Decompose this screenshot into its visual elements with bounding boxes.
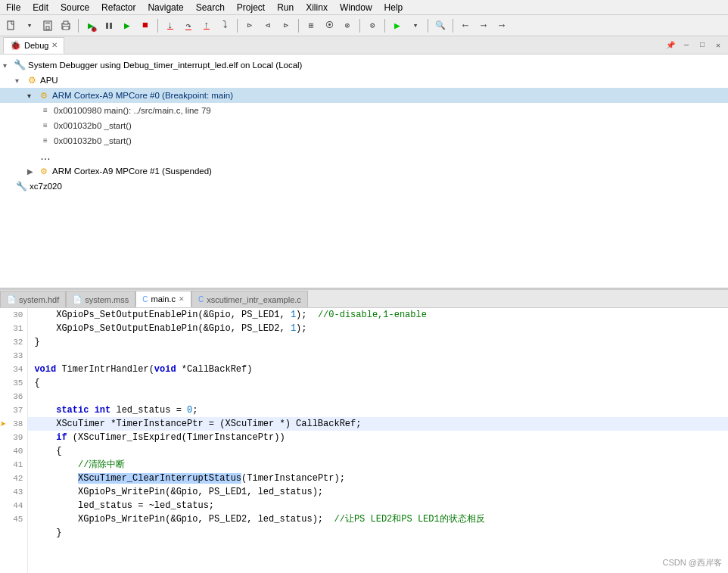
sep8 <box>453 19 453 33</box>
tree-device[interactable]: 🔧 xc7z020 <box>0 179 728 194</box>
prev-edit-button[interactable]: ⊳ <box>241 17 258 34</box>
menu-navigate[interactable]: Navigate <box>145 2 186 14</box>
toolbar: ▾ ▶ 🐞 ▶ ■ ↓ ↷ ↑ ⤵ ⊳ ⊲ ⊳ ⊞ ⦿ ⊗ ⚙ ▶ ▾ 🔍 ⟵ … <box>0 15 728 36</box>
tab-system-hdf[interactable]: 📄 system.hdf <box>0 291 66 307</box>
tree-device-label: xc7z020 <box>30 182 62 191</box>
tree-frame0[interactable]: ≡ 0x00100980 main(): ../src/main.c, line… <box>0 103 728 118</box>
tree-core0[interactable]: ▾ ⚙ ARM Cortex-A9 MPCore #0 (Breakpoint:… <box>0 88 728 103</box>
menu-file[interactable]: File <box>3 2 23 14</box>
ln-31: 31 <box>0 322 27 335</box>
tree-core1-label: ARM Cortex-A9 MPCore #1 (Suspended) <box>52 167 212 176</box>
play-dropdown[interactable]: ▾ <box>407 17 424 34</box>
frame2-icon: ≡ <box>39 135 51 147</box>
menu-help[interactable]: Help <box>381 2 406 14</box>
stop-button[interactable]: ■ <box>137 17 154 34</box>
maximize-view-button[interactable]: □ <box>695 39 709 52</box>
core0-arrow[interactable]: ▾ <box>27 92 38 100</box>
svg-rect-3 <box>46 26 49 30</box>
suspend-button[interactable] <box>101 17 117 34</box>
menu-refactor[interactable]: Refactor <box>98 2 138 14</box>
resume-button[interactable]: ▶ <box>119 17 135 34</box>
ln-39: 39 <box>0 431 27 444</box>
tab-hdf-label: system.hdf <box>19 295 59 304</box>
debug-tab[interactable]: 🐞 Debug ✕ <box>3 37 64 54</box>
tab-system-mss[interactable]: 📄 system.mss <box>66 291 135 307</box>
menu-edit[interactable]: Edit <box>30 2 51 14</box>
ln-42: 42 <box>0 472 27 485</box>
hdf-file-icon: 📄 <box>7 295 16 304</box>
step-return-button[interactable]: ↑ <box>198 17 215 34</box>
svg-rect-5 <box>64 21 68 24</box>
code-line-34: void TimerIntrHandler(void *CallBackRef) <box>28 363 728 376</box>
code-line-35: { <box>28 376 728 390</box>
tree-core1[interactable]: ▶ ⚙ ARM Cortex-A9 MPCore #1 (Suspended) <box>0 163 728 179</box>
next-annotation-button[interactable]: ⊲ <box>260 17 276 34</box>
new-dropdown[interactable]: ▾ <box>21 17 38 34</box>
pin-view-button[interactable]: 📌 <box>664 39 677 52</box>
menu-search[interactable]: Search <box>193 2 228 14</box>
code-line-43: XGpioPs_WritePin(&Gpio, PS_LED1, led_sta… <box>28 485 728 499</box>
sep6 <box>384 19 385 33</box>
tree-root[interactable]: ▾ 🔧 System Debugger using Debug_timer_in… <box>0 58 728 73</box>
frame1-icon: ≡ <box>39 120 51 132</box>
code-line-41: //清除中断 <box>28 458 728 472</box>
code-content[interactable]: XGpioPs_SetOutputEnablePin(&Gpio, PS_LED… <box>28 308 728 573</box>
menu-project[interactable]: Project <box>234 2 268 14</box>
ln-43: 43 <box>0 485 27 499</box>
open-task-button[interactable]: ⊞ <box>303 17 319 34</box>
tab-main-c-label: main.c <box>151 294 175 304</box>
main-c-file-icon: C <box>142 295 148 304</box>
core1-arrow[interactable]: ▶ <box>27 167 38 176</box>
ln-32: 32 <box>0 335 27 349</box>
svg-rect-2 <box>45 21 50 24</box>
current-line-arrow: ➤ <box>0 418 6 431</box>
code-line-45: XGpioPs_WritePin(&Gpio, PS_LED2, led_sta… <box>28 512 728 526</box>
sep4 <box>298 19 299 33</box>
tab-main-c-close[interactable]: ✕ <box>179 295 185 303</box>
prev-annotation-button[interactable]: ⊳ <box>278 17 294 34</box>
code-line-36 <box>28 390 728 403</box>
ln-36: 36 <box>0 390 27 403</box>
root-arrow[interactable]: ▾ <box>3 61 14 70</box>
search-button[interactable]: 🔍 <box>432 17 449 34</box>
debug-panel: 🐞 Debug ✕ 📌 — □ ✕ ▾ 🔧 System Debugger us… <box>0 36 728 290</box>
apu-arrow[interactable]: ▾ <box>15 76 26 85</box>
tree-frame-more[interactable]: … <box>0 148 728 163</box>
close-view-button[interactable]: ✕ <box>711 39 725 52</box>
menu-xilinx[interactable]: Xilinx <box>303 2 331 14</box>
menu-source[interactable]: Source <box>58 2 92 14</box>
skip-breakpoints-button[interactable]: ⦿ <box>321 17 338 34</box>
tree-frame2[interactable]: ≡ 0x001032b0 _start() <box>0 133 728 148</box>
minimize-view-button[interactable]: — <box>680 39 693 52</box>
tab-main-c[interactable]: C main.c ✕ <box>135 291 191 307</box>
new-button[interactable] <box>3 17 20 34</box>
remove-bps-button[interactable]: ⊗ <box>339 17 356 34</box>
save-button[interactable] <box>39 17 56 34</box>
gear-button[interactable]: ⚙ <box>364 17 381 34</box>
tree-apu[interactable]: ▾ ⚙ APU <box>0 73 728 88</box>
debug-toolbar: 📌 — □ ✕ <box>664 39 725 52</box>
print-button[interactable] <box>58 17 74 34</box>
menu-run[interactable]: Run <box>274 2 297 14</box>
ln-40: 40 <box>0 444 27 458</box>
step-over-button[interactable]: ↷ <box>180 17 197 34</box>
code-line-42: XScuTimer_ClearInterruptStatus(TimerInst… <box>28 472 728 485</box>
debug-tab-close[interactable]: ✕ <box>51 41 58 49</box>
play-green-button[interactable]: ▶ <box>389 17 406 34</box>
run-to-line-button[interactable]: ⤵ <box>216 17 233 34</box>
step-into-button[interactable]: ↓ <box>162 17 179 34</box>
apu-icon: ⚙ <box>26 74 38 86</box>
code-line-40: { <box>28 444 728 458</box>
debug-button[interactable]: ▶ 🐞 <box>82 17 99 34</box>
tab-xscutimer[interactable]: C xscutimer_intr_example.c <box>191 291 308 307</box>
ln-41: 41 <box>0 458 27 472</box>
tree-frame1[interactable]: ≡ 0x001032b0 _start() <box>0 118 728 133</box>
more-icon: … <box>39 150 51 162</box>
ln-35: 35 <box>0 376 27 390</box>
svg-rect-0 <box>8 21 14 30</box>
back-button[interactable]: ⟵ <box>457 17 474 34</box>
tree-frame1-label: 0x001032b0 _start() <box>54 121 132 130</box>
forward-button[interactable]: ⟶ <box>475 17 492 34</box>
menu-window[interactable]: Window <box>337 2 375 14</box>
forward2-button[interactable]: ⟶ <box>493 17 510 34</box>
